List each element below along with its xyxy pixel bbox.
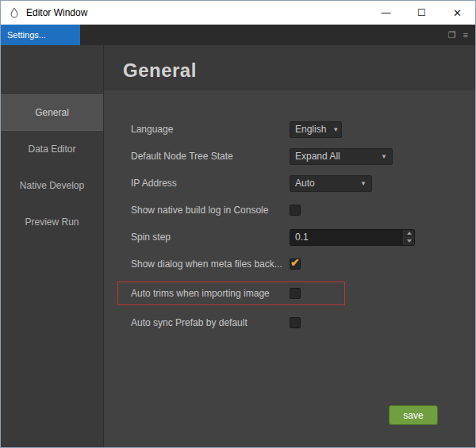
sidebar-item-preview-run[interactable]: Preview Run — [1, 204, 103, 240]
form-row-meta-backup-dialog: Show dialog when meta files back... ✔ — [131, 251, 472, 278]
check-icon: ✔ — [290, 256, 300, 269]
auto-sync-prefab-checkbox[interactable]: ✔ — [290, 317, 301, 328]
auto-trim-checkbox[interactable]: ✔ — [290, 288, 301, 299]
chevron-down-icon: ▼ — [360, 180, 367, 187]
language-select[interactable]: English ▼ — [290, 121, 342, 138]
input-value: 0.1 — [290, 230, 403, 245]
app-logo-icon — [9, 7, 20, 18]
tab-bar-actions: ❐ ≡ — [448, 25, 475, 45]
select-value: Auto — [295, 178, 315, 189]
triangle-down-icon — [407, 239, 412, 243]
field-label: Auto sync Prefab by default — [131, 317, 290, 328]
settings-panel: General Language English ▼ Default Node … — [104, 45, 475, 447]
ip-address-select[interactable]: Auto ▼ — [290, 175, 372, 192]
field-label: Show native build log in Console — [131, 205, 290, 216]
page-header: General — [104, 45, 475, 90]
spin-step-input[interactable]: 0.1 — [290, 229, 415, 246]
chevron-down-icon: ▼ — [332, 126, 339, 133]
titlebar: Editor Window — ☐ ✕ — [1, 1, 475, 25]
node-tree-state-select[interactable]: Expand All ▼ — [290, 148, 393, 165]
number-spinner — [403, 230, 414, 245]
close-button[interactable]: ✕ — [440, 1, 475, 25]
select-value: English — [295, 124, 326, 135]
form-row-node-tree-state: Default Node Tree State Expand All ▼ — [131, 143, 472, 170]
window-title: Editor Window — [26, 7, 87, 18]
chevron-down-icon: ▼ — [381, 153, 387, 160]
triangle-up-icon — [407, 232, 412, 235]
field-label: Auto trims when importing image — [131, 288, 290, 299]
window-controls: — ☐ ✕ — [368, 1, 475, 25]
form-row-auto-trim: Auto trims when importing image ✔ — [131, 280, 472, 307]
field-label: Spin step — [131, 232, 290, 243]
panel-menu-icon[interactable]: ≡ — [463, 31, 468, 40]
sidebar-item-general[interactable]: General — [1, 94, 103, 131]
select-value: Expand All — [295, 151, 340, 162]
form-row-auto-sync-prefab: Auto sync Prefab by default ✔ — [131, 309, 472, 336]
tab-settings[interactable]: Settings... — [1, 25, 80, 45]
field-label: Default Node Tree State — [131, 151, 290, 162]
field-label: Language — [131, 124, 290, 135]
spin-up-button[interactable] — [404, 230, 414, 238]
native-build-log-checkbox[interactable]: ✔ — [290, 205, 301, 216]
editor-window: Editor Window — ☐ ✕ Settings... ❐ ≡ Gene… — [0, 0, 476, 448]
field-label: IP Address — [131, 178, 290, 189]
form-row-language: Language English ▼ — [131, 116, 472, 143]
field-label: Show dialog when meta files back... — [131, 258, 290, 270]
maximize-button[interactable]: ☐ — [404, 1, 440, 25]
form-row-native-build-log: Show native build log in Console ✔ — [131, 197, 472, 224]
sidebar-item-data-editor[interactable]: Data Editor — [1, 131, 103, 167]
tab-bar: Settings... ❐ ≡ — [1, 25, 475, 45]
form-row-spin-step: Spin step 0.1 — [131, 224, 472, 251]
settings-nav: General Data Editor Native Develop Previ… — [1, 45, 104, 447]
float-panel-icon[interactable]: ❐ — [448, 31, 456, 40]
settings-form: Language English ▼ Default Node Tree Sta… — [104, 90, 475, 447]
sidebar-item-native-develop[interactable]: Native Develop — [1, 167, 103, 204]
minimize-button[interactable]: — — [368, 1, 404, 25]
spin-down-button[interactable] — [404, 238, 414, 245]
save-button[interactable]: save — [389, 405, 438, 425]
settings-content: General Data Editor Native Develop Previ… — [1, 45, 475, 447]
form-row-ip-address: IP Address Auto ▼ — [131, 170, 472, 197]
meta-backup-dialog-checkbox[interactable]: ✔ — [290, 258, 301, 270]
page-title: General — [123, 59, 475, 82]
